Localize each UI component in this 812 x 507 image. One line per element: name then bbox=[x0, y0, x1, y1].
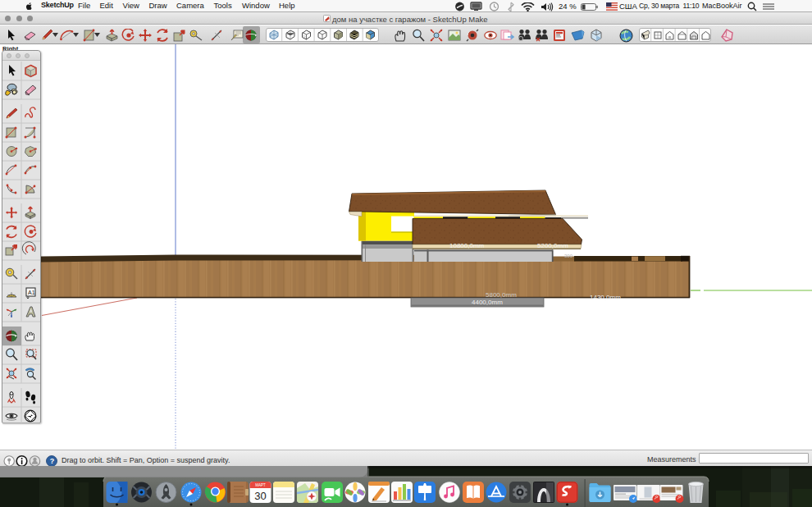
svg-text:?: ? bbox=[50, 457, 54, 465]
svg-text:30: 30 bbox=[254, 490, 266, 502]
svg-text:4400,0mm: 4400,0mm bbox=[472, 299, 503, 306]
svg-text:A1: A1 bbox=[28, 290, 35, 295]
svg-text:300: 300 bbox=[564, 254, 573, 258]
svg-text:5200,0mm: 5200,0mm bbox=[537, 242, 568, 249]
svg-text:5800,0mm: 5800,0mm bbox=[486, 291, 517, 299]
svg-text:1430,0mm: 1430,0mm bbox=[590, 294, 621, 301]
svg-text:10800,0mm: 10800,0mm bbox=[449, 242, 485, 249]
svg-text:МАРТ: МАРТ bbox=[255, 483, 266, 487]
